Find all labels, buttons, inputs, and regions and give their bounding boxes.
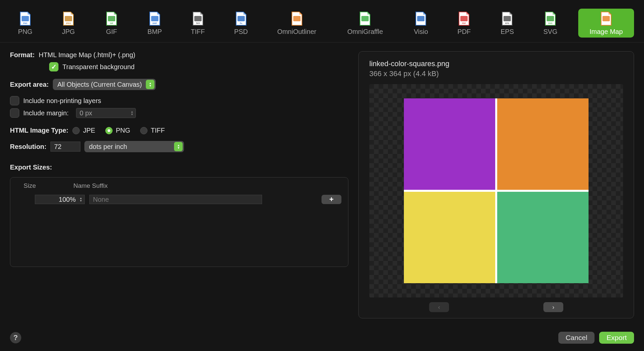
suffix-field[interactable]: None	[89, 195, 262, 204]
svg-rect-24	[504, 16, 511, 21]
svg-rect-20	[417, 16, 424, 21]
margin-stepper[interactable]: 0 px	[76, 108, 136, 118]
stepper-arrows-icon	[130, 109, 135, 117]
radio-label: JPE	[83, 127, 95, 134]
include-margin-checkbox[interactable]	[10, 108, 19, 118]
visio-file-icon	[414, 11, 427, 26]
bmp-file-icon: BMP	[148, 11, 161, 26]
export-area-label: Export area:	[10, 81, 49, 88]
format-tab-label: EPS	[501, 28, 514, 36]
margin-value: 0 px	[80, 109, 92, 117]
html-file-icon	[600, 11, 612, 26]
include-nonprinting-checkbox[interactable]	[10, 96, 19, 105]
preview-filename: linked-color-squares.png	[369, 59, 623, 68]
resolution-unit-popup[interactable]: dots per inch	[84, 141, 184, 152]
format-tab-label: BMP	[147, 28, 162, 36]
format-tab-png[interactable]: PNG PNG	[10, 9, 41, 38]
svg-rect-21	[460, 16, 468, 21]
export-button[interactable]: Export	[599, 332, 634, 344]
resolution-value: 72	[54, 143, 61, 151]
radio-dot-icon	[72, 127, 80, 134]
omnigraffle-file-icon	[359, 11, 371, 26]
export-sizes-label: Export Sizes:	[10, 164, 52, 171]
format-tab-label: PDF	[457, 28, 471, 36]
export-area-value: All Objects (Current Canvas)	[57, 81, 142, 88]
pdf-file-icon: PDF	[458, 11, 470, 26]
preview-square-br	[497, 192, 589, 283]
html-image-type-radiogroup: JPE PNG TIFF	[72, 127, 165, 134]
format-tab-tiff[interactable]: TIFF TIFF	[183, 9, 213, 38]
preview-canvas	[369, 84, 623, 297]
export-area-popup[interactable]: All Objects (Current Canvas)	[53, 79, 156, 90]
svg-rect-9	[151, 16, 158, 21]
include-nonprinting-label: Include non-printing layers	[23, 97, 101, 105]
svg-text:JPEG: JPEG	[66, 22, 71, 24]
preview-square-bl	[404, 192, 495, 283]
preview-image	[404, 98, 589, 283]
format-tabstrip: PNG PNG JPEG JPG GIF GIF BMP BMP TIFF TI…	[0, 0, 644, 43]
format-tab-label: TIFF	[191, 28, 205, 36]
format-tab-svg[interactable]: SVG SVG	[535, 9, 566, 38]
format-tab-label: PNG	[18, 28, 32, 36]
size-value: 100%	[59, 196, 76, 203]
export-sizes-panel: Size Name Suffix 100% None +	[10, 177, 348, 267]
format-tab-label: OmniGraffle	[347, 28, 383, 36]
format-tab-og[interactable]: OmniGraffle	[337, 9, 393, 38]
format-tab-oo[interactable]: OmniOutliner	[269, 9, 325, 38]
radio-dot-icon	[140, 127, 147, 134]
format-tab-psd[interactable]: Ps PSD	[226, 9, 256, 38]
image-type-radio-tiff[interactable]: TIFF	[140, 127, 165, 134]
format-tab-bmp[interactable]: BMP BMP	[139, 9, 170, 38]
add-size-button[interactable]: +	[322, 195, 341, 204]
format-tab-label: JPG	[62, 28, 75, 36]
svg-rect-12	[194, 16, 202, 21]
preview-square-tr	[497, 98, 589, 190]
image-type-radio-jpe[interactable]: JPE	[72, 127, 95, 134]
chevron-left-icon: ‹	[438, 304, 440, 311]
format-tab-visio[interactable]: Visio	[406, 9, 436, 38]
preview-next-button[interactable]: ›	[543, 302, 563, 312]
help-button[interactable]: ?	[10, 332, 21, 343]
svg-rect-27	[547, 16, 554, 21]
svg-text:PNG: PNG	[23, 22, 27, 24]
svg-text:Ps: Ps	[240, 22, 242, 24]
format-tab-label: Visio	[414, 28, 428, 36]
preview-meta: 366 x 364 px (4.4 kB)	[369, 69, 623, 78]
preview-panel: linked-color-squares.png 366 x 364 px (4…	[358, 51, 634, 318]
format-tab-imagemap[interactable]: Image Map	[578, 9, 634, 38]
svg-file-icon: SVG	[544, 11, 557, 26]
svg-rect-15	[237, 16, 245, 21]
stepper-arrows-icon	[78, 196, 83, 203]
preview-square-tl	[404, 98, 495, 190]
transparent-background-checkbox[interactable]	[49, 62, 58, 71]
format-tab-label: SVG	[543, 28, 557, 36]
format-tab-gif[interactable]: GIF GIF	[96, 9, 127, 38]
omnioutliner-file-icon	[291, 11, 303, 26]
format-tab-jpg[interactable]: JPEG JPG	[53, 9, 84, 38]
format-tab-label: GIF	[106, 28, 117, 36]
svg-rect-18	[293, 16, 301, 21]
preview-prev-button[interactable]: ‹	[429, 302, 449, 312]
gif-file-icon: GIF	[105, 11, 118, 26]
svg-text:TIFF: TIFF	[196, 22, 200, 24]
svg-text:EPS: EPS	[505, 22, 509, 24]
eps-file-icon: EPS	[501, 11, 513, 26]
format-tab-label: PSD	[234, 28, 248, 36]
chevron-right-icon: ›	[552, 304, 554, 311]
cancel-button[interactable]: Cancel	[558, 332, 595, 344]
svg-rect-3	[65, 16, 72, 21]
transparent-background-label: Transparent background	[62, 63, 135, 71]
sizes-column-suffix: Name Suffix	[73, 182, 108, 189]
popup-arrows-icon	[146, 80, 154, 89]
size-field[interactable]: 100%	[35, 195, 85, 204]
format-tab-eps[interactable]: EPS EPS	[492, 9, 522, 38]
format-value: HTML Image Map (.html)+ (.png)	[39, 51, 135, 59]
format-tab-pdf[interactable]: PDF PDF	[449, 9, 479, 38]
png-file-icon: PNG	[19, 11, 32, 26]
svg-text:BMP: BMP	[152, 22, 157, 24]
resolution-field[interactable]: 72	[50, 142, 80, 152]
radio-label: TIFF	[151, 127, 165, 134]
svg-rect-30	[602, 16, 610, 21]
svg-text:PDF: PDF	[462, 22, 466, 24]
image-type-radio-png[interactable]: PNG	[105, 127, 130, 134]
